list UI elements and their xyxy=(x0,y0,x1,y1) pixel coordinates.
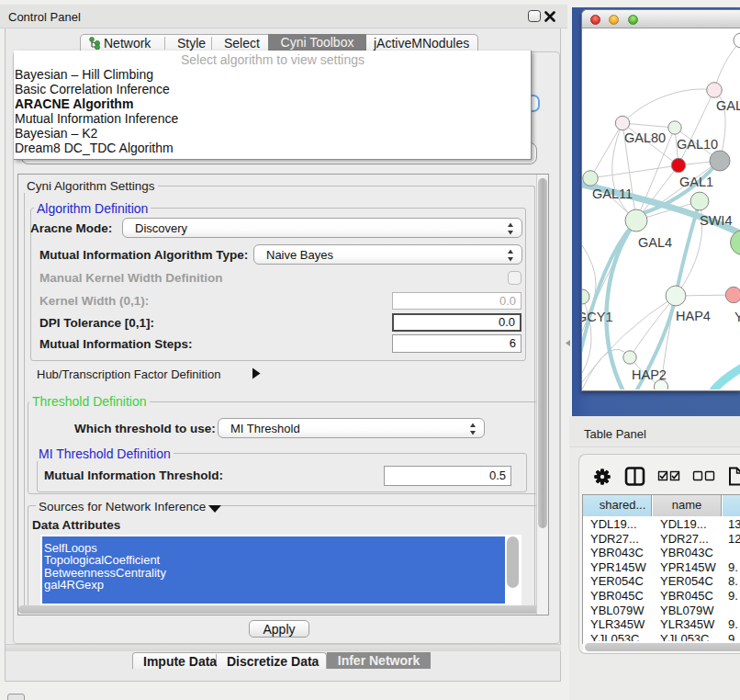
svg-text:HAP2: HAP2 xyxy=(632,367,667,382)
svg-text:GAL1: GAL1 xyxy=(679,175,713,189)
svg-text:SWI4: SWI4 xyxy=(700,213,732,228)
svg-text:GCY1: GCY1 xyxy=(582,310,613,324)
svg-text:GAL: GAL xyxy=(716,98,740,113)
svg-text:GAL10: GAL10 xyxy=(677,137,718,152)
svg-text:HAP4: HAP4 xyxy=(676,309,711,323)
svg-text:GAL80: GAL80 xyxy=(624,130,666,145)
svg-text:GAL4: GAL4 xyxy=(638,235,672,250)
svg-text:Y: Y xyxy=(734,310,740,324)
svg-text:GAL11: GAL11 xyxy=(592,186,633,201)
